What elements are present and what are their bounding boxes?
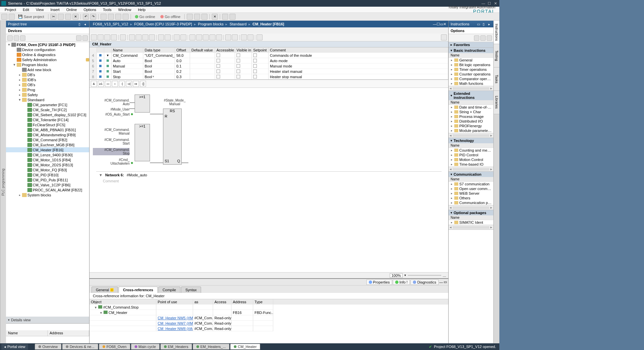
instr-section-header[interactable]: ▾Extended instructions: [449, 91, 493, 100]
gate-or-1[interactable]: >=1: [135, 95, 150, 113]
etb-16[interactable]: [203, 34, 209, 40]
instr-item[interactable]: ▸Open user communic...: [449, 186, 493, 191]
sig-out[interactable]: #State_Mode_ Manual: [161, 99, 188, 106]
menu-view[interactable]: View: [32, 7, 47, 12]
tree-item[interactable]: ▸Safety: [6, 92, 89, 97]
sig-4[interactable]: #CM_Command. Start: [93, 138, 130, 145]
paste-button[interactable]: [65, 14, 71, 20]
bc-0[interactable]: FO68_V13_SP1_V12: [92, 22, 130, 26]
go-online-button[interactable]: Go online: [133, 14, 157, 20]
instr-section-header[interactable]: ▾Basic instructions: [449, 48, 493, 53]
tab-general[interactable]: General!: [92, 287, 118, 293]
vh-of[interactable]: Offset: [175, 47, 190, 53]
tree-item[interactable]: CM_Motor_FQ [FB3]: [6, 167, 89, 172]
save-project-button[interactable]: 💾Save project: [16, 14, 46, 20]
etb-6[interactable]: [129, 34, 135, 40]
xref-row[interactable]: CM_Heater NW7 (#Man...#CM_Com...Read-onl…: [90, 321, 448, 326]
editor-tab[interactable]: Overview: [35, 344, 61, 350]
var-row[interactable]: 4▼CM_Command"UDT_Command_H...58.0Command…: [90, 53, 448, 58]
etb-12[interactable]: [174, 34, 180, 40]
variable-table[interactable]: Name Data type Offset Default value Acce…: [90, 47, 448, 80]
tree-item[interactable]: PROC_SCAN_ALARM [FB22]: [6, 187, 89, 192]
editor-max-button[interactable]: ☐: [437, 22, 440, 26]
instr-item[interactable]: ▸Others: [449, 196, 493, 200]
go-offline-button[interactable]: Go offline: [158, 14, 182, 20]
xref-grid[interactable]: Object Point of use as Access Address Ty…: [90, 299, 448, 343]
tree-item[interactable]: Safety Administration: [6, 57, 89, 62]
left-strip-plc[interactable]: PLC programming: [0, 21, 6, 343]
tab-syntax[interactable]: Syntax: [181, 287, 201, 293]
var-row[interactable]: 7StartBool0.2Heater start manual: [90, 69, 448, 74]
etb-23[interactable]: [257, 34, 263, 40]
instr-item[interactable]: ▸Bit logic operations: [449, 62, 493, 67]
vh-af[interactable]: Accessible f...: [215, 47, 235, 53]
bc-1[interactable]: FO68_Oven [CPU 1516F-3 PN/DP]: [133, 22, 193, 26]
editor-tab[interactable]: CM_Heater: [230, 344, 260, 350]
vh-dt[interactable]: Data type: [143, 47, 175, 53]
tree-pin-button[interactable]: ◂: [83, 22, 87, 26]
tree-tb-2[interactable]: [14, 35, 19, 41]
menu-project[interactable]: Project: [1, 7, 19, 12]
menu-online[interactable]: Online: [63, 7, 80, 12]
sig-2[interactable]: #OS_Auto_Start: [93, 113, 130, 116]
instr-item[interactable]: ▸WEB Server: [449, 191, 493, 196]
tree-collapse-button[interactable]: ▯: [77, 22, 82, 26]
etb-2[interactable]: [98, 34, 104, 40]
vh-sp[interactable]: Setpoint: [252, 47, 269, 53]
menu-tools[interactable]: Tools: [100, 7, 115, 12]
side-tab-libraries[interactable]: Libraries: [494, 91, 499, 114]
vh-dv[interactable]: Default value: [190, 47, 215, 53]
etb-10[interactable]: [158, 34, 164, 40]
compile-button[interactable]: [101, 14, 107, 20]
etb-18[interactable]: [216, 34, 222, 40]
etb-13[interactable]: [180, 34, 186, 40]
tree-item[interactable]: ▼Program blocks: [6, 62, 89, 67]
network-6-header[interactable]: ▼ Network 6: #Mode_auto: [96, 171, 442, 178]
devices-tab[interactable]: Devices: [6, 27, 89, 34]
portal-view-button[interactable]: ◂ Portal view: [1, 344, 28, 350]
download-button[interactable]: [108, 14, 114, 20]
tree-root[interactable]: ▼FO68_Oven [CPU 1516F-3 PN/DP]: [6, 42, 89, 47]
menu-help[interactable]: Help: [135, 7, 149, 12]
instr-item[interactable]: ▸SIMATIC Ident: [449, 220, 493, 225]
details-col-address[interactable]: Address: [48, 330, 90, 336]
tb-ext4[interactable]: ✕: [212, 14, 218, 20]
instr-tb-3[interactable]: [487, 35, 492, 41]
tab-xref[interactable]: Cross-references: [119, 287, 158, 293]
sig-6[interactable]: #Cmd_ Uitschakelen: [93, 158, 130, 165]
tree-item[interactable]: CM_Motor_2D2S [FB13]: [6, 162, 89, 167]
etb-14[interactable]: [189, 34, 195, 40]
undo-button[interactable]: ↶: [83, 14, 89, 20]
etb-5[interactable]: [120, 34, 126, 40]
xref-row[interactable]: ▼ CM_HeaterFB16FBD-Func...: [90, 310, 448, 315]
tree-tb-5[interactable]: [83, 35, 88, 41]
instr-item[interactable]: ▸Process image: [449, 114, 493, 119]
sig-3[interactable]: #CM_Command. Manual: [93, 128, 130, 135]
instr-item[interactable]: ▸Communication proce...: [449, 200, 493, 205]
tree-item[interactable]: FcClearStruct [FC5]: [6, 122, 89, 127]
tab-compile[interactable]: Compile: [158, 287, 180, 293]
etb-22[interactable]: [248, 34, 254, 40]
tb-ext6[interactable]: [229, 14, 235, 20]
instr-tb-2[interactable]: [480, 35, 486, 41]
xh-access[interactable]: Access: [213, 299, 231, 305]
menu-window[interactable]: Window: [115, 7, 135, 12]
fbd-branch[interactable]: -o|: [126, 81, 132, 87]
editor-close-button[interactable]: ✕: [443, 22, 446, 26]
tree-item[interactable]: CM_Command [FB2]: [6, 137, 89, 142]
tree-item[interactable]: CM_PID [FB10]: [6, 172, 89, 177]
instr-section-header[interactable]: ▾Optional packages: [449, 210, 493, 215]
editor-tab[interactable]: EM_Heaters_...: [193, 344, 229, 350]
options-header[interactable]: Options: [449, 27, 493, 34]
tree-tb-3[interactable]: [20, 35, 25, 41]
xref-row[interactable]: CM_Heater NW8 (#Aut...#CM_Com...Read-onl…: [90, 326, 448, 331]
etb-1[interactable]: [91, 34, 97, 40]
tree-item[interactable]: Add new block: [6, 67, 89, 72]
tree-item[interactable]: ▼Standaard: [6, 97, 89, 102]
tree-item[interactable]: CM_Euchner_MGB [FB8]: [6, 142, 89, 147]
instr-item[interactable]: ▸Timer operations: [449, 67, 493, 72]
instr-item[interactable]: ▸Date and time-of-d...: [449, 105, 493, 110]
etb-17[interactable]: [209, 34, 215, 40]
tree-item[interactable]: CM_Motor_1D1S [FB4]: [6, 157, 89, 162]
menu-options[interactable]: Options: [80, 7, 100, 12]
